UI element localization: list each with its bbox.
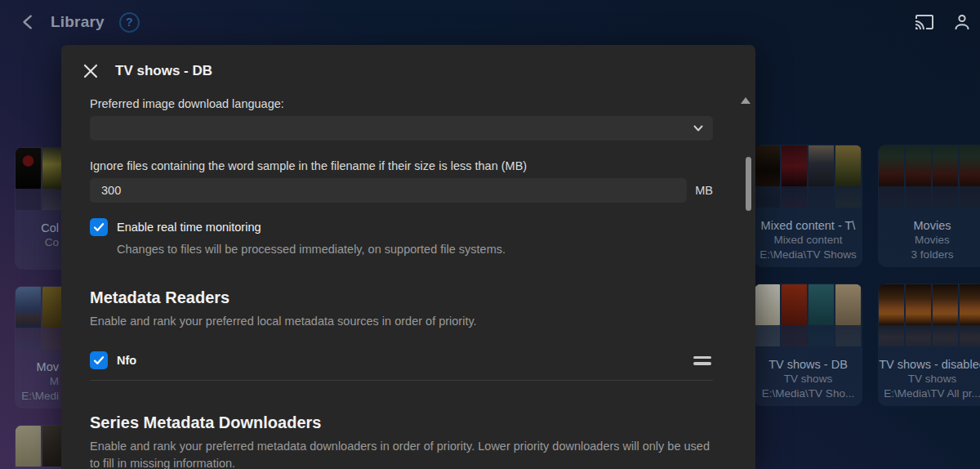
- poster-thumbnail: [906, 145, 931, 186]
- checkmark-icon: [93, 221, 105, 233]
- poster-reflection: [835, 325, 861, 346]
- card-subtitle: Movies: [878, 233, 980, 248]
- metadata-reader-row: Nfo: [90, 351, 713, 369]
- poster-strip: [878, 145, 980, 208]
- card-subtitle: M: [15, 374, 59, 389]
- card-path: E:\Media\TV All pr...: [878, 386, 980, 401]
- card-title: TV shows - DB: [754, 357, 862, 372]
- help-button[interactable]: ?: [119, 12, 140, 33]
- poster-thumbnail: [933, 284, 958, 325]
- poster-reflection: [933, 325, 958, 346]
- card-title: Col: [15, 221, 59, 235]
- question-mark-icon: ?: [126, 16, 133, 29]
- poster-thumbnail: [906, 284, 931, 325]
- metadata-readers-heading: Metadata Readers: [90, 288, 713, 307]
- card-title: Mixed content - T\: [754, 218, 862, 233]
- poster-thumbnail: [960, 284, 980, 325]
- dialog-title: TV shows - DB: [115, 63, 212, 79]
- sample-size-label: Ignore files containing the word sample …: [90, 159, 713, 172]
- poster-reflection: [960, 186, 980, 208]
- poster-thumbnail: [16, 287, 41, 328]
- metadata-readers-description: Enable and rank your preferred local met…: [90, 313, 713, 330]
- poster-reflection: [879, 186, 904, 208]
- library-card[interactable]: Mixed content - T\ Mixed content E:\Medi…: [754, 145, 862, 267]
- poster-reflection: [808, 325, 834, 346]
- series-downloaders-description: Enable and rank your preferred metadata …: [90, 438, 713, 469]
- user-menu-button[interactable]: [952, 12, 972, 32]
- poster-reflection: [835, 186, 861, 208]
- sample-size-unit: MB: [695, 184, 713, 197]
- poster-thumbnail: [960, 145, 980, 186]
- poster-thumbnail: [879, 284, 904, 325]
- poster-reflection: [933, 186, 958, 208]
- section-divider: [90, 380, 713, 381]
- cast-button[interactable]: [915, 12, 934, 32]
- close-icon: [83, 64, 98, 78]
- language-select[interactable]: [90, 116, 713, 141]
- series-downloaders-heading: Series Metadata Downloaders: [90, 413, 713, 432]
- poster-thumbnail: [933, 145, 958, 186]
- realtime-monitoring-row: Enable real time monitoring: [90, 218, 713, 236]
- poster-reflection: [755, 186, 780, 208]
- drag-handle-icon[interactable]: [692, 355, 713, 367]
- cast-icon: [915, 12, 934, 32]
- poster-reflection: [879, 325, 904, 346]
- card-subtitle: TV shows: [878, 372, 980, 386]
- poster-reflection: [906, 186, 931, 208]
- realtime-monitoring-description: Changes to files will be processed immed…: [117, 243, 713, 256]
- nfo-label: Nfo: [117, 354, 136, 367]
- poster-reflection: [782, 186, 807, 208]
- library-settings-dialog: TV shows - DB Preferred image download l…: [61, 45, 755, 469]
- page-title: Library: [51, 13, 105, 31]
- library-settings-screen: { "topbar": { "title": "Library", "help"…: [0, 0, 980, 469]
- poster-thumbnail: [16, 148, 41, 189]
- close-dialog-button[interactable]: [82, 63, 99, 79]
- poster-thumbnail: [755, 145, 780, 186]
- card-title: Movies: [878, 218, 980, 233]
- card-path: E:\Media\TV Sho...: [754, 386, 862, 401]
- poster-reflection: [906, 325, 931, 346]
- card-title: TV shows - disabled: [878, 357, 980, 372]
- poster-thumbnail: [835, 145, 861, 186]
- card-subtitle: Mixed content: [754, 233, 862, 248]
- poster-strip: [878, 284, 980, 346]
- poster-reflection: [960, 325, 980, 346]
- poster-reflection: [16, 189, 41, 210]
- scrollbar-up-arrow[interactable]: [741, 97, 751, 104]
- poster-thumbnail: [16, 426, 41, 467]
- nfo-checkbox[interactable]: [90, 351, 108, 369]
- language-label: Preferred image download language:: [90, 97, 713, 110]
- card-title: Mov: [15, 360, 59, 374]
- checkmark-icon: [93, 355, 105, 366]
- realtime-monitoring-label: Enable real time monitoring: [117, 221, 261, 234]
- poster-reflection: [755, 325, 780, 346]
- poster-thumbnail: [782, 284, 807, 325]
- poster-thumbnail: [808, 145, 834, 186]
- dialog-scroll-area: Preferred image download language: Ignor…: [61, 79, 755, 469]
- back-button[interactable]: [18, 11, 39, 33]
- chevron-left-icon: [20, 13, 38, 31]
- poster-thumbnail: [755, 284, 780, 325]
- chevron-down-icon: [693, 123, 704, 134]
- poster-reflection: [808, 186, 834, 208]
- poster-thumbnail: [835, 284, 861, 325]
- realtime-monitoring-checkbox[interactable]: [90, 218, 108, 236]
- poster-reflection: [782, 325, 807, 346]
- library-card[interactable]: Movies Movies 3 folders: [878, 145, 980, 267]
- poster-thumbnail: [879, 145, 904, 186]
- poster-strip: [754, 145, 862, 208]
- scrollbar-thumb[interactable]: [746, 157, 751, 211]
- top-bar: Library ?: [0, 0, 980, 44]
- card-path: 3 folders: [878, 248, 980, 262]
- library-card[interactable]: TV shows - disabled TV shows E:\Media\TV…: [878, 284, 980, 406]
- card-subtitle: Co: [15, 235, 59, 250]
- poster-reflection: [16, 328, 41, 349]
- card-path: E:\Medi: [15, 389, 59, 404]
- sample-size-input[interactable]: [90, 178, 687, 203]
- card-path: E:\Media\TV Shows: [754, 248, 862, 262]
- poster-strip: [754, 284, 862, 346]
- poster-thumbnail: [782, 145, 807, 186]
- card-subtitle: TV shows: [754, 372, 862, 386]
- person-icon: [952, 12, 972, 32]
- library-card[interactable]: TV shows - DB TV shows E:\Media\TV Sho..…: [754, 284, 862, 406]
